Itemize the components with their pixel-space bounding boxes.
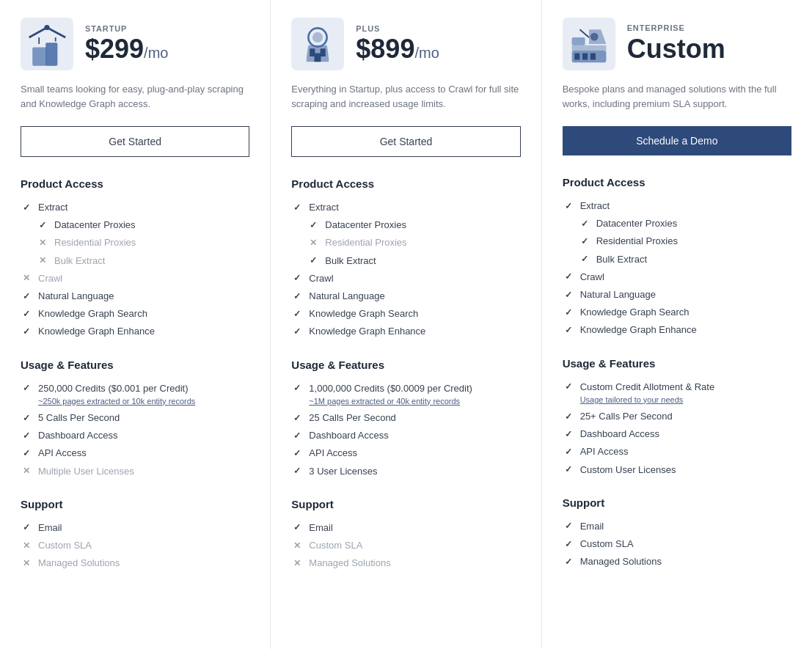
check-icon: ✓ [563,446,574,458]
feature-text: Bulk Extract [54,254,105,268]
plan-column-enterprise: ENTERPRISECustomBespoke plans and manage… [542,0,812,649]
cross-icon: ✕ [21,466,32,477]
svg-rect-11 [315,54,321,62]
check-icon: ✓ [563,521,574,532]
feature-label: Extract [580,200,610,211]
plan-price-plus: $899/mo [356,34,439,64]
list-item: ✕Managed Solutions [21,554,249,572]
check-icon: ✓ [291,290,303,302]
svg-point-17 [590,33,598,41]
list-item: ✓Datacenter Proxies [291,216,520,234]
check-icon: ✓ [21,447,32,459]
list-item: ✓Dashboard Access [21,427,249,444]
feature-label: Residential Proxies [54,237,136,248]
feature-label: Datacenter Proxies [54,219,136,230]
feature-text: Datacenter Proxies [54,219,136,232]
cta-button-enterprise[interactable]: Schedule a Demo [563,126,791,155]
cross-icon: ✕ [37,237,48,249]
feature-label: Bulk Extract [596,254,647,265]
feature-label: API Access [309,447,357,458]
feature-text: 1,000,000 Credits ($0.0009 per Credit)~1… [309,382,472,408]
feature-text: Managed Solutions [580,555,662,568]
svg-rect-16 [590,54,595,60]
list-item: ✓250,000 Credits ($0.001 per Credit)~250… [21,380,249,410]
plan-icon-plus [291,18,344,70]
feature-text: Crawl [38,272,62,285]
feature-label: Datacenter Proxies [325,219,406,230]
feature-text: Datacenter Proxies [325,219,406,232]
check-icon: ✓ [291,430,303,441]
feature-text: API Access [38,447,87,460]
feature-text: 250,000 Credits ($0.001 per Credit)~250k… [38,382,195,408]
feature-label: Multiple User Licenses [38,466,134,477]
check-icon: ✓ [563,307,574,318]
feature-label: Crawl [38,273,62,284]
feature-text: Knowledge Graph Enhance [309,325,425,338]
feature-text: API Access [309,447,357,460]
list-item: ✓Extract [291,199,520,216]
section-title-enterprise-product-access: Product Access [563,176,791,188]
feature-label: Dashboard Access [309,430,388,441]
plan-icon-startup [21,18,73,70]
feature-label: Email [38,522,62,533]
list-item: ✓Knowledge Graph Enhance [21,323,249,340]
feature-text: Knowledge Graph Enhance [38,325,155,338]
feature-label: Residential Proxies [596,235,678,246]
feature-label: Crawl [580,271,604,282]
feature-label: Bulk Extract [54,255,105,266]
list-item: ✓Extract [21,199,249,216]
plan-header-plus: PLUS$899/mo [291,18,520,70]
list-item: ✕Managed Solutions [291,554,520,572]
feature-label: Natural Language [580,289,656,300]
feature-text: Residential Proxies [54,236,136,249]
feature-label: 3 User Licenses [309,466,377,477]
check-icon: ✓ [563,289,574,301]
check-icon: ✓ [21,412,32,424]
section-title-plus-support: Support [291,498,520,510]
svg-point-3 [44,25,49,30]
list-item: ✓Extract [563,197,791,215]
cta-button-startup[interactable]: Get Started [21,126,249,157]
check-icon: ✓ [579,235,590,247]
check-icon: ✓ [563,271,574,283]
feature-text: Crawl [580,271,604,284]
feature-label: 1,000,000 Credits ($0.0009 per Credit) [309,383,472,394]
feature-text: Email [580,520,604,533]
check-icon: ✓ [21,308,32,320]
feature-text: Crawl [309,272,333,285]
list-item: ✓Managed Solutions [563,553,791,571]
check-icon: ✓ [291,273,303,285]
svg-rect-6 [291,18,344,70]
plan-tier-startup: STARTUP [85,24,168,33]
feature-text: Knowledge Graph Enhance [580,323,697,337]
list-item: ✓Custom Credit Allotment & RateUsage tai… [563,378,791,408]
check-icon: ✓ [291,522,303,534]
list-item: ✓Crawl [563,268,791,286]
list-item: ✓Natural Language [291,287,520,305]
feature-text: 25 Calls Per Second [309,411,396,425]
cross-icon: ✕ [21,540,32,551]
list-item: ✓API Access [291,444,520,462]
feature-text: Email [309,521,333,535]
plan-price-enterprise: Custom [627,34,725,65]
feature-sub-text: Usage tailored to your needs [580,395,715,406]
svg-rect-14 [574,54,579,60]
plan-title-group-plus: PLUS$899/mo [356,24,439,64]
cta-button-plus[interactable]: Get Started [291,126,520,157]
feature-list-enterprise: ✓Custom Credit Allotment & RateUsage tai… [563,378,791,479]
list-item: ✕Bulk Extract [21,252,249,270]
feature-text: Extract [309,201,338,214]
cross-icon: ✕ [291,557,303,569]
feature-label: API Access [38,447,87,458]
feature-label: Managed Solutions [38,557,120,568]
plan-title-group-startup: STARTUP$299/mo [85,24,168,64]
check-icon: ✓ [307,219,319,231]
check-icon: ✓ [291,466,303,477]
svg-rect-9 [310,48,315,56]
feature-text: Extract [580,199,610,213]
list-item: ✓Knowledge Graph Search [563,304,791,321]
feature-text: Knowledge Graph Search [309,307,418,320]
list-item: ✓Bulk Extract [563,251,791,268]
feature-text: Knowledge Graph Search [38,307,147,320]
section-title-plus-usage-&-features: Usage & Features [291,359,520,371]
